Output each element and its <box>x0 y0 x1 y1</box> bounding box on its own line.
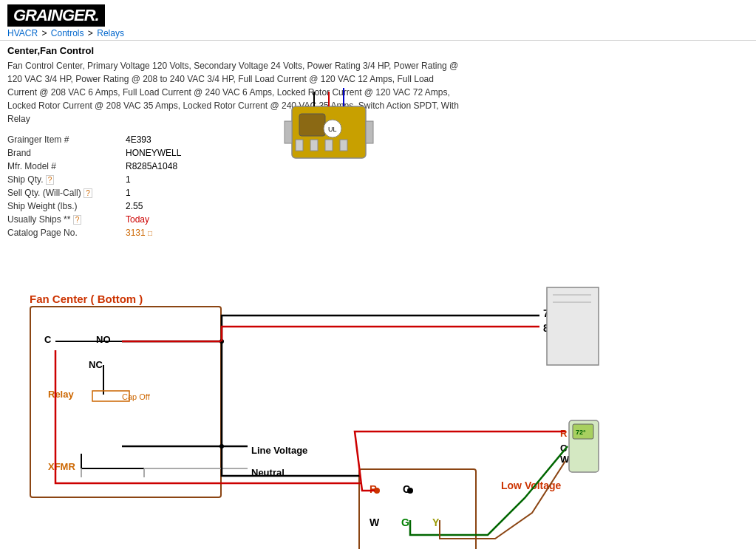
breadcrumb: HVACR > Controls > Relays <box>7 28 749 38</box>
ship-qty-label: Ship Qty. ? <box>7 174 126 185</box>
breadcrumb-relays[interactable]: Relays <box>97 28 124 38</box>
main-content: Center,Fan Control Fan Control Center, P… <box>0 41 756 549</box>
svg-rect-4 <box>573 424 593 439</box>
neutral-label: Neutral <box>251 467 285 478</box>
cap-off-label: Cap Off <box>122 392 150 401</box>
usually-ships-help[interactable]: ? <box>73 215 82 225</box>
top-w-label: W <box>370 516 379 528</box>
terminal-c-label: C <box>44 334 51 345</box>
sell-qty-label: Sell Qty. (Will-Call) ? <box>7 188 126 198</box>
mfr-label: Mfr. Model # <box>7 161 126 171</box>
relay-label: Relay <box>48 389 74 400</box>
ship-weight-label: Ship Weight (lbs.) <box>7 201 126 211</box>
top-c-label: C <box>403 483 410 495</box>
breadcrumb-controls[interactable]: Controls <box>51 28 84 38</box>
item-label: Grainger Item # <box>7 134 126 145</box>
svg-text:72°: 72° <box>576 429 586 436</box>
brand-value: HONEYWELL <box>126 148 181 158</box>
product-image: UL <box>277 84 381 180</box>
line-voltage-label: Line Voltage <box>251 445 307 456</box>
xfmr-label: XFMR <box>48 461 75 472</box>
ship-weight-value: 2.55 <box>126 201 143 211</box>
header: GRAINGER. HVACR > Controls > Relays <box>0 0 756 41</box>
catalog-label: Catalog Page No. <box>7 228 126 238</box>
svg-text:UL: UL <box>328 126 337 133</box>
usually-ships-label: Usually Ships ** ? <box>7 214 126 225</box>
catalog-value: 3131 □ <box>126 228 152 238</box>
svg-rect-21 <box>310 140 318 151</box>
therm-c-label: C <box>560 443 567 454</box>
svg-rect-19 <box>299 114 325 136</box>
svg-rect-23 <box>340 140 347 151</box>
svg-rect-3 <box>569 420 599 472</box>
product-title: Center,Fan Control <box>7 45 749 56</box>
sell-qty-help[interactable]: ? <box>84 188 92 198</box>
top-g-label: G <box>401 516 409 528</box>
breadcrumb-hvacr[interactable]: HVACR <box>7 28 38 38</box>
logo: GRAINGER. <box>7 4 105 27</box>
therm-r-label: R <box>560 428 567 439</box>
sell-qty-value: 1 <box>126 188 131 198</box>
product-description: Fan Control Center, Primary Voltage 120 … <box>7 59 466 126</box>
top-fan-center-box <box>358 468 477 549</box>
top-r-label: R <box>370 483 377 495</box>
svg-rect-22 <box>325 140 333 151</box>
ship-qty-help[interactable]: ? <box>46 175 55 185</box>
top-y-label: Y <box>432 516 439 528</box>
terminal-nc-label: NC <box>89 359 103 370</box>
spec-table: Grainger Item # 4E393 Brand HONEYWELL Mf… <box>7 133 229 239</box>
therm-w-label: W <box>560 454 569 465</box>
item-value: 4E393 <box>126 134 151 145</box>
low-voltage-label: Low Voltage <box>501 480 561 491</box>
ship-qty-value: 1 <box>126 174 131 185</box>
brand-label: Brand <box>7 148 126 158</box>
terminal-no-label: NO <box>96 334 111 345</box>
usually-ships-value: Today <box>126 214 149 225</box>
fan-center-bottom-label: Fan Center ( Bottom ) <box>30 293 143 305</box>
mfr-value: R8285A1048 <box>126 161 177 171</box>
svg-rect-20 <box>296 140 303 151</box>
diagram-area: Fan Center ( Bottom ) C NO NC Relay Cap … <box>7 247 746 549</box>
svg-rect-30 <box>366 121 373 143</box>
svg-rect-29 <box>285 121 292 143</box>
boiler-image <box>547 284 602 365</box>
